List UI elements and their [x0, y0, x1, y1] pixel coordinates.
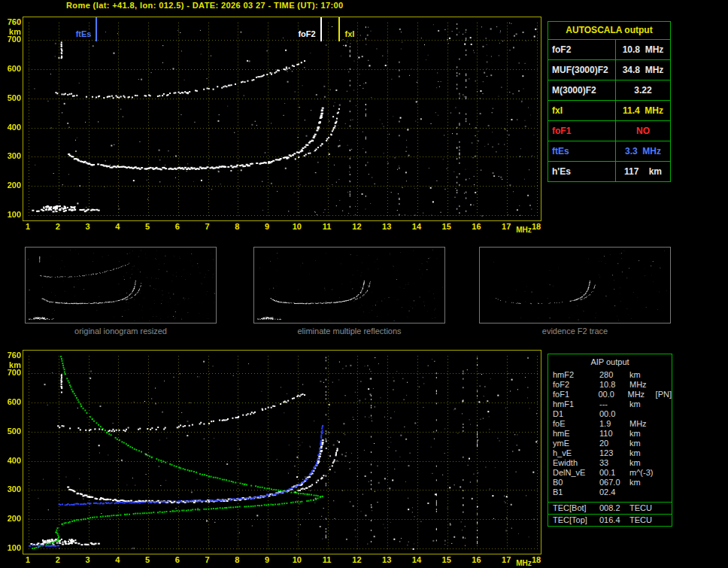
autoscala-row-value: 3.3 MHz — [616, 141, 670, 161]
y-axis-tick: 100 — [1, 210, 21, 219]
aip-unit: km — [629, 448, 658, 458]
aip-row-hme: hmE110km — [548, 429, 672, 439]
y-axis-tick: 300 — [1, 484, 21, 494]
x-axis-tick: 9 — [259, 222, 275, 231]
aip-name: hmE — [553, 429, 599, 439]
aip-val: 33 — [599, 458, 629, 468]
aip-unit: km — [629, 458, 658, 468]
autoscala-row-muf-3000-f2: MUF(3000)F234.8 MHz — [548, 59, 670, 80]
x-axis-tick: 2 — [50, 222, 66, 231]
aip-unit: m^(-3) — [629, 468, 658, 478]
x-axis-tick: 10 — [289, 555, 305, 564]
x-axis-tick: 13 — [378, 222, 395, 231]
x-axis-tick: 15 — [438, 555, 455, 564]
aip-tec-row: TEC[Top]016.4TECU — [548, 514, 672, 526]
aip-tec-row: TEC[Bot]008.2TECU — [548, 502, 672, 514]
y-axis-tick: 700 — [1, 368, 21, 377]
bottom-ionogram-plot — [23, 350, 541, 554]
x-axis-tick: 7 — [199, 222, 216, 231]
aip-output-header: AIP output — [548, 354, 672, 370]
aip-row-b1: B102.4 — [548, 488, 672, 497]
marker-fof2-line — [320, 17, 322, 41]
aip-unit: MHz — [629, 380, 658, 390]
autoscala-row-label: foF2 — [548, 40, 616, 59]
autoscala-row-h-es: h'Es117 km — [548, 161, 670, 181]
aip-name: Ewidth — [553, 458, 599, 468]
aip-val: 067.0 — [599, 478, 629, 488]
thumb-eliminate-caption: eliminate multiple reflections — [253, 327, 445, 336]
x-axis-tick: 7 — [199, 555, 216, 564]
aip-name: TEC[Top] — [553, 515, 599, 526]
aip-note — [658, 399, 672, 409]
aip-row-d1: D100.0 — [548, 409, 672, 419]
aip-unit: km — [629, 399, 658, 409]
aip-name: TEC[Bot] — [553, 503, 599, 514]
aip-val: 00.1 — [599, 468, 629, 478]
autoscala-row-label: foF1 — [548, 121, 616, 141]
aip-name: DelN_vE — [553, 468, 599, 478]
aip-val: 016.4 — [599, 515, 629, 526]
y-axis-tick: 400 — [1, 123, 21, 132]
x-axis-tick: 3 — [80, 555, 96, 564]
autoscala-row-m-3000-f2: M(3000)F23.22 — [548, 80, 670, 100]
top-ionogram-plot — [23, 17, 541, 221]
aip-name: B0 — [553, 478, 599, 488]
x-axis-tick: 4 — [109, 222, 126, 231]
autoscala-app-window: Rome (lat: +41.8, lon: 012.5) - DATE: 20… — [0, 0, 728, 568]
x-axis-tick: 1 — [20, 555, 36, 564]
thumb-eliminate-reflections — [253, 247, 445, 323]
aip-name: ymE — [553, 439, 599, 448]
y-axis-unit-km: km — [1, 360, 21, 369]
y-axis-tick: 500 — [1, 93, 21, 102]
bottom-ionogram-canvas — [23, 351, 541, 554]
autoscala-row-label: fxI — [548, 101, 616, 120]
aip-name: foE — [553, 419, 599, 429]
aip-name: B1 — [553, 488, 599, 497]
x-axis-tick: 14 — [408, 222, 425, 231]
autoscala-row-label: h'Es — [548, 162, 616, 181]
aip-name: hmF2 — [553, 370, 599, 380]
aip-note — [658, 380, 672, 390]
autoscala-row-value: 34.8 MHz — [616, 60, 670, 80]
aip-val: 00.0 — [599, 409, 629, 419]
thumb-evidence-caption: evidence F2 trace — [479, 327, 671, 336]
aip-note — [658, 468, 672, 478]
x-axis-tick: 17 — [498, 222, 514, 231]
x-axis-tick: 12 — [348, 555, 365, 564]
x-axis-unit-mhz: MHz — [516, 559, 532, 567]
marker-ftes-line — [96, 17, 97, 41]
aip-note — [658, 488, 672, 497]
thumb-evidence-f2 — [479, 247, 671, 323]
aip-note — [658, 429, 672, 439]
marker-ftes-label: ftEs — [74, 29, 93, 38]
x-axis-tick: 6 — [169, 222, 186, 231]
y-axis-tick: 100 — [1, 543, 21, 552]
aip-row-fof2: foF210.8MHz — [548, 380, 672, 390]
aip-row-b0: B0067.0km — [548, 478, 672, 488]
autoscala-row-label: M(3000)F2 — [548, 80, 616, 100]
aip-val: 110 — [599, 429, 629, 439]
aip-note — [658, 458, 672, 468]
thumb-original-caption: original ionogram resized — [25, 327, 217, 336]
x-axis-tick: 2 — [50, 555, 66, 564]
y-axis-tick: 700 — [1, 35, 21, 44]
aip-note — [658, 478, 672, 488]
aip-row-ewidth: Ewidth33km — [548, 458, 672, 468]
x-axis-tick: 1 — [20, 222, 36, 231]
autoscala-output-header: AUTOSCALA output — [548, 22, 670, 40]
aip-unit: km — [629, 370, 658, 380]
autoscala-row-fof2: foF210.8 MHz — [548, 40, 670, 59]
x-axis-tick: 8 — [229, 555, 245, 564]
autoscala-row-label: ftEs — [548, 141, 616, 161]
x-axis-tick: 16 — [468, 555, 484, 564]
top-ionogram-canvas — [23, 17, 541, 220]
aip-name: foF1 — [553, 390, 598, 399]
thumb-evidence-canvas — [480, 248, 670, 323]
aip-row-foe: foE1.9MHz — [548, 419, 672, 429]
autoscala-output-table: AUTOSCALA output foF210.8 MHzMUF(3000)F2… — [548, 21, 671, 182]
thumb-eliminate-canvas — [254, 248, 444, 323]
aip-val: 1.9 — [599, 419, 629, 429]
y-axis-unit-km: km — [1, 27, 21, 36]
x-axis-tick: 4 — [109, 555, 126, 564]
autoscala-row-value: 11.4 MHz — [616, 101, 670, 120]
